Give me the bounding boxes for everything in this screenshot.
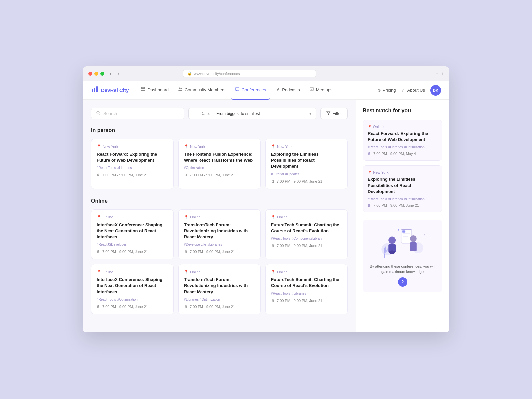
bm-location: 📍 Online	[368, 125, 437, 129]
pin-icon: 📍	[271, 215, 276, 219]
content-area: Date: From biggest to smallest ▾ Filter …	[83, 100, 356, 332]
filter-icon	[326, 111, 331, 116]
browser-window: ‹ › 🔒 www.devrel.city/conferences ↑ + De…	[83, 66, 449, 332]
card-title: TransformTech Forum: Revolutionizing Ind…	[184, 222, 255, 240]
pin-icon: 📍	[184, 215, 189, 219]
bm-tag: #React Tools	[368, 197, 387, 201]
best-match-card-2[interactable]: 📍 New York Exploring the Limitless Possi…	[363, 165, 442, 212]
forward-button[interactable]: ›	[117, 70, 121, 77]
pricing-icon: $	[378, 88, 381, 93]
nav-dashboard-label: Dashboard	[147, 87, 169, 92]
search-icon	[96, 111, 101, 116]
bm-tag: #Libraries	[388, 145, 403, 149]
nav-item-community[interactable]: Community Members	[174, 81, 230, 100]
bm-time: 🗓 7:00 PM - 9:00 PM, May 4	[368, 152, 437, 156]
tag: #Libraries	[292, 292, 306, 295]
svg-point-11	[97, 111, 99, 114]
traffic-light-close[interactable]	[88, 72, 92, 76]
conference-card[interactable]: 📍 New York The Frontend Fusion Experienc…	[178, 139, 261, 189]
nav-conferences-label: Conferences	[242, 87, 266, 92]
cards-grid-in-person: 📍 New York React Forward: Exploring the …	[91, 139, 348, 189]
bm-time: 🗓 7:00 PM - 9:00 PM, June 21	[368, 203, 437, 207]
calendar-icon: 🗓	[368, 203, 371, 207]
pin-icon: 📍	[97, 215, 101, 219]
card-title: Exploring the Limitless Possibilities of…	[271, 151, 342, 170]
card-title: React Forward: Exploring the Future of W…	[97, 151, 168, 163]
calendar-icon: 🗓	[271, 299, 275, 303]
logo-text: DevRel City	[101, 87, 129, 93]
traffic-lights	[88, 72, 104, 76]
address-bar[interactable]: 🔒 www.devrel.city/conferences	[183, 70, 316, 77]
calendar-icon: 🗓	[97, 305, 100, 309]
conference-card[interactable]: 📍 Online FutureTech Summit: Charting the…	[265, 209, 348, 260]
svg-rect-4	[143, 87, 145, 89]
svg-rect-2	[96, 86, 98, 92]
svg-point-8	[180, 88, 182, 89]
card-tags: #Optimization	[184, 166, 255, 170]
card-location: 📍 New York	[97, 144, 168, 149]
conference-card[interactable]: 📍 Online TransformTech Forum: Revolution…	[178, 264, 261, 314]
filter-button[interactable]: Filter	[320, 108, 348, 119]
card-title: FutureTech Summit: Charting the Course o…	[271, 222, 342, 234]
tag: #Optimization	[184, 166, 204, 170]
search-input[interactable]	[103, 111, 179, 116]
url-text: www.devrel.city/conferences	[194, 72, 240, 76]
conference-card[interactable]: 📍 Online FutureTech Summit: Charting the…	[265, 264, 348, 314]
bm-title: React Forward: Exploring the Future of W…	[368, 131, 437, 143]
about-nav-item[interactable]: ☆ About Us	[401, 88, 425, 93]
svg-rect-27	[410, 242, 416, 251]
back-button[interactable]: ‹	[108, 70, 113, 77]
card-time: 🗓 7:00 PM - 9:00 PM, June 21	[184, 173, 255, 177]
nav-meetups-label: Meetups	[316, 87, 332, 92]
svg-rect-3	[141, 87, 143, 89]
section-online: Online 📍 Online InterfaceX Conference: S…	[91, 198, 348, 314]
tag: #ComponentsLibrary	[292, 237, 323, 240]
add-tab-icon[interactable]: +	[441, 71, 444, 76]
nav-item-podcasts[interactable]: Podcasts	[271, 81, 304, 100]
community-icon	[178, 87, 183, 93]
tag: #React Tools	[271, 292, 290, 295]
calendar-icon: 🗓	[184, 250, 188, 254]
tag: #React Tools	[271, 237, 290, 240]
tag: #ReactJSDeveloper	[97, 243, 126, 246]
tag: #DeveloperLife	[184, 243, 206, 246]
svg-point-23	[388, 236, 396, 244]
calendar-icon: 🗓	[368, 152, 371, 156]
section-online-title: Online	[91, 198, 348, 204]
calendar-icon: 🗓	[97, 250, 100, 254]
nav-item-dashboard[interactable]: Dashboard	[137, 81, 173, 100]
nav-item-conferences[interactable]: Conferences	[231, 81, 270, 100]
share-icon[interactable]: ↑	[436, 71, 438, 76]
card-title: The Frontend Fusion Experience: Where Re…	[184, 151, 255, 163]
search-input-wrap[interactable]	[91, 108, 184, 119]
bm-tag: #Optimization	[404, 145, 425, 149]
conference-card[interactable]: 📍 New York Exploring the Limitless Possi…	[265, 139, 348, 189]
help-button[interactable]: ?	[398, 277, 407, 287]
traffic-light-minimize[interactable]	[94, 72, 98, 76]
svg-rect-6	[143, 90, 145, 91]
conference-card[interactable]: 📍 Online InterfaceX Conference: Shaping …	[91, 209, 174, 260]
card-tags: #React Tools #Libraries	[97, 166, 168, 170]
best-match-card-1[interactable]: 📍 Online React Forward: Exploring the Fu…	[363, 120, 442, 161]
tag: #Libraries	[184, 298, 199, 301]
conference-card[interactable]: 📍 Online InterfaceX Conference: Shaping …	[91, 264, 174, 314]
filter-label: Filter	[332, 111, 342, 116]
conference-card[interactable]: 📍 New York React Forward: Exploring the …	[91, 139, 174, 189]
svg-line-12	[99, 114, 100, 115]
nav-community-label: Community Members	[185, 87, 226, 92]
bm-location: 📍 New York	[368, 170, 437, 174]
pin-icon: 📍	[271, 144, 276, 149]
sidebar-title: Best match for you	[363, 108, 442, 114]
logo[interactable]: DevRel City	[91, 86, 129, 95]
card-title: InterfaceX Conference: Shaping the Next …	[97, 222, 168, 240]
calendar-icon: 🗓	[271, 244, 275, 248]
avatar[interactable]: DK	[430, 85, 441, 96]
calendar-icon: 🗓	[97, 173, 100, 177]
traffic-light-maximize[interactable]	[100, 72, 104, 76]
conference-card[interactable]: 📍 Online TransformTech Forum: Revolution…	[178, 209, 261, 260]
conferences-icon	[235, 87, 240, 93]
sort-button[interactable]: Date: From biggest to smallest ▾	[188, 108, 316, 119]
nav-item-meetups[interactable]: Meetups	[305, 81, 336, 100]
dashboard-icon	[141, 87, 145, 93]
pricing-nav-item[interactable]: $ Pricing	[378, 88, 396, 93]
